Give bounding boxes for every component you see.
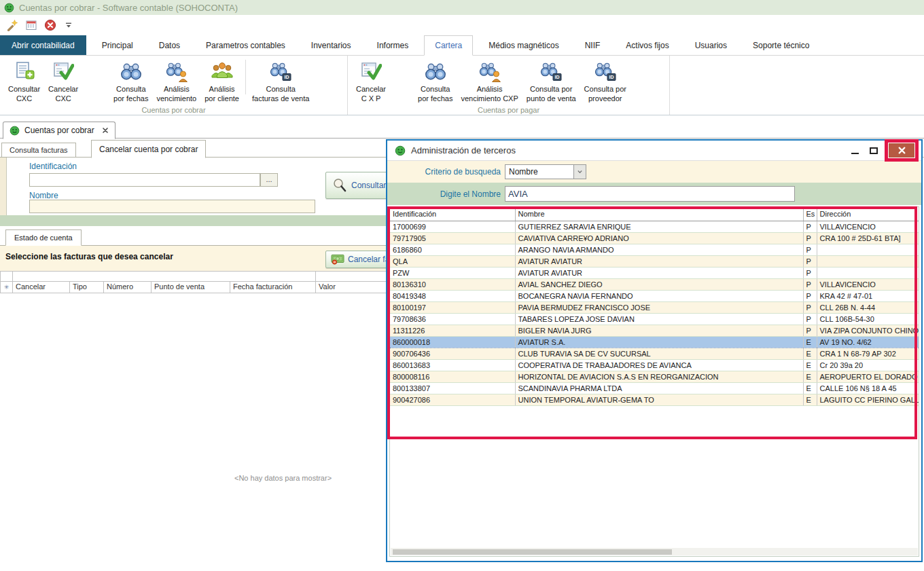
maximize-icon[interactable] [870, 147, 878, 154]
terceros-cell[interactable]: VILLAVICENCIO [817, 221, 919, 232]
terceros-cell[interactable]: AVIATUR AVIATUR [515, 267, 803, 278]
terceros-cell[interactable]: P [803, 290, 817, 301]
terceros-cell[interactable]: P [803, 232, 817, 244]
terceros-cell[interactable]: P [803, 278, 817, 290]
ribbon-tab-usuarios[interactable]: Usuarios [685, 35, 737, 55]
ribbon-tab-abrir-contabilidad[interactable]: Abrir contabilidad [0, 35, 86, 55]
close-tab-icon[interactable] [102, 127, 109, 134]
ribbon-tab-informes[interactable]: Informes [367, 35, 419, 55]
terceros-cell[interactable]: E [803, 371, 817, 382]
terceros-cell[interactable] [817, 244, 919, 255]
ribbon-tab-cartera[interactable]: Cartera [424, 35, 473, 56]
toolbar-overflow-icon[interactable] [65, 21, 73, 29]
terceros-cell[interactable]: 79717905 [390, 232, 515, 244]
analisis-por-cliente-button[interactable]: Análisis por cliente [200, 57, 243, 104]
terceros-cell[interactable]: TABARES LOPEZA JOSE DAVIAN [515, 313, 803, 325]
terceros-cell[interactable] [817, 255, 919, 267]
column-header-tipo[interactable]: Tipo [70, 282, 104, 293]
terceros-cell[interactable]: VILLAVICENCIO [817, 278, 919, 290]
ribbon-tab-datos[interactable]: Datos [149, 35, 190, 55]
scrollbar-thumb[interactable] [393, 549, 672, 555]
terceros-cell[interactable]: P [803, 313, 817, 325]
terceros-cell[interactable]: 900706436 [390, 348, 515, 359]
terceros-cell[interactable]: CLL 106B-54-30 [817, 313, 919, 325]
terceros-row[interactable]: 80419348BOCANEGRA NAVIA FERNANDOPKRA 42 … [390, 290, 919, 301]
analisis-vencimiento-cxp-button[interactable]: Análisis vencimiento CXP [457, 57, 522, 104]
ribbon-tab-parametros-contables[interactable]: Parametros contables [196, 35, 296, 55]
terceros-cell[interactable]: CAVIATIVA CARRE¥O ADRIANO [515, 232, 803, 244]
identificacion-input[interactable] [29, 173, 260, 187]
terceros-cell[interactable]: AVIATUR S.A. [515, 336, 803, 348]
terceros-cell[interactable]: COOPERATIVA DE TRABAJADORES DE AVIANCA [515, 359, 803, 371]
terceros-cell[interactable]: CLL 26B N. 4-44 [817, 301, 919, 313]
terceros-cell[interactable]: P [803, 244, 817, 255]
terceros-cell[interactable]: AV 19 NO. 4/62 [817, 336, 919, 348]
column-header-valor[interactable]: Valor [316, 282, 386, 293]
terceros-cell[interactable]: VIA ZIPA CONJUNTO CHINO [817, 325, 919, 336]
terceros-cell[interactable]: CALLE 106 N§ 18 A 45 [817, 382, 919, 394]
terceros-cell[interactable]: PZW [390, 267, 515, 278]
ribbon-tab-niif[interactable]: NIIF [575, 35, 611, 55]
terceros-cell[interactable]: BIGLER NAVIA JURG [515, 325, 803, 336]
browse-button[interactable]: ... [260, 173, 278, 187]
document-tab-cuentas-por-cobrar[interactable]: Cuentas por cobrar [3, 122, 116, 139]
terceros-row[interactable]: QLAAVIATUR AVIATURP [390, 255, 919, 267]
terceros-cell[interactable]: Cr 20 39a 20 [817, 359, 919, 371]
terceros-cell[interactable]: 80419348 [390, 290, 515, 301]
dialog-titlebar[interactable]: Administración de terceros [387, 141, 921, 161]
ribbon-tab-principal[interactable]: Principal [92, 35, 143, 55]
cancelar-cxc-button[interactable]: Cancelar CXC [44, 57, 82, 104]
terceros-row[interactable]: 79708636TABARES LOPEZA JOSE DAVIANPCLL 1… [390, 313, 919, 325]
terceros-cell[interactable]: HORIZONTAL DE AVIACION S.A.S EN REORGANI… [515, 371, 803, 382]
terceros-row[interactable]: 800008116HORIZONTAL DE AVIACION S.A.S EN… [390, 371, 919, 382]
terceros-cell[interactable]: AVIATUR AVIATUR [515, 255, 803, 267]
terceros-cell[interactable]: AEROPUERTO EL DORADO [817, 371, 919, 382]
terceros-cell[interactable]: P [803, 221, 817, 232]
terceros-row[interactable]: 79717905CAVIATIVA CARRE¥O ADRIANOPCRA 10… [390, 232, 919, 244]
terceros-row[interactable]: PZWAVIATUR AVIATURP [390, 267, 919, 278]
terceros-row[interactable]: 17000699GUTIERREZ SARAVIA ENRIQUEPVILLAV… [390, 221, 919, 232]
terceros-cell[interactable]: ARANGO NAVIA ARMANDO [515, 244, 803, 255]
consulta-por-fechas-cxc-button[interactable]: Consulta por fechas [109, 57, 152, 104]
terceros-cell[interactable]: 6186860 [390, 244, 515, 255]
terceros-cell[interactable]: LAGUITO CC PIERINO GALL [817, 394, 919, 405]
terceros-cell[interactable]: P [803, 255, 817, 267]
ribbon-tab-medios-magneticos[interactable]: Médios magnéticos [478, 35, 569, 55]
minimize-icon[interactable] [851, 153, 859, 154]
terceros-cell[interactable]: PAVIA BERMUDEZ FRANCISCO JOSE [515, 301, 803, 313]
terceros-cell[interactable]: E [803, 336, 817, 348]
terceros-cell[interactable]: 17000699 [390, 221, 515, 232]
consultar-cxc-button[interactable]: Consultar CXC [4, 57, 44, 104]
dialog-close-button[interactable] [888, 143, 915, 158]
terceros-cell[interactable]: P [803, 301, 817, 313]
column-header-cancelar[interactable]: Cancelar [13, 282, 70, 293]
terceros-cell[interactable] [817, 267, 919, 278]
terceros-cell[interactable]: E [803, 382, 817, 394]
column-header-punto-de-venta[interactable]: Punto de venta [152, 282, 230, 293]
chevron-down-icon[interactable] [573, 165, 586, 179]
terceros-cell[interactable]: E [803, 359, 817, 371]
column-header-es[interactable]: Es [803, 207, 817, 221]
terceros-cell[interactable]: SCANDINAVIA PHARMA LTDA [515, 382, 803, 394]
terceros-cell[interactable]: P [803, 325, 817, 336]
terceros-cell[interactable]: 80136310 [390, 278, 515, 290]
terceros-row[interactable]: 80136310AVIAL SANCHEZ DIEGOPVILLAVICENCI… [390, 278, 919, 290]
terceros-cell[interactable]: E [803, 348, 817, 359]
terceros-cell[interactable]: E [803, 394, 817, 405]
terceros-cell[interactable]: BOCANEGRA NAVIA FERNANDO [515, 290, 803, 301]
column-header-identificacion[interactable]: Identificación [390, 207, 515, 221]
terceros-cell[interactable]: 800008116 [390, 371, 515, 382]
consulta-por-fechas-cxp-button[interactable]: Consulta por fechas [414, 57, 457, 104]
column-header-numero[interactable]: Número [104, 282, 152, 293]
nombre-search-input[interactable] [505, 186, 795, 202]
terceros-cell[interactable]: GUTIERREZ SARAVIA ENRIQUE [515, 221, 803, 232]
calendar-icon[interactable] [25, 19, 37, 31]
terceros-cell[interactable]: KRA 42 # 47-01 [817, 290, 919, 301]
terceros-cell[interactable]: 800133807 [390, 382, 515, 394]
terceros-cell[interactable]: 79708636 [390, 313, 515, 325]
column-header-nombre[interactable]: Nombre [515, 207, 803, 221]
terceros-row[interactable]: 11311226BIGLER NAVIA JURGPVIA ZIPA CONJU… [390, 325, 919, 336]
terceros-row[interactable]: 800133807SCANDINAVIA PHARMA LTDAECALLE 1… [390, 382, 919, 394]
cancelar-cxp-button[interactable]: Cancelar C X P [352, 57, 390, 104]
horizontal-scrollbar[interactable] [391, 548, 918, 555]
